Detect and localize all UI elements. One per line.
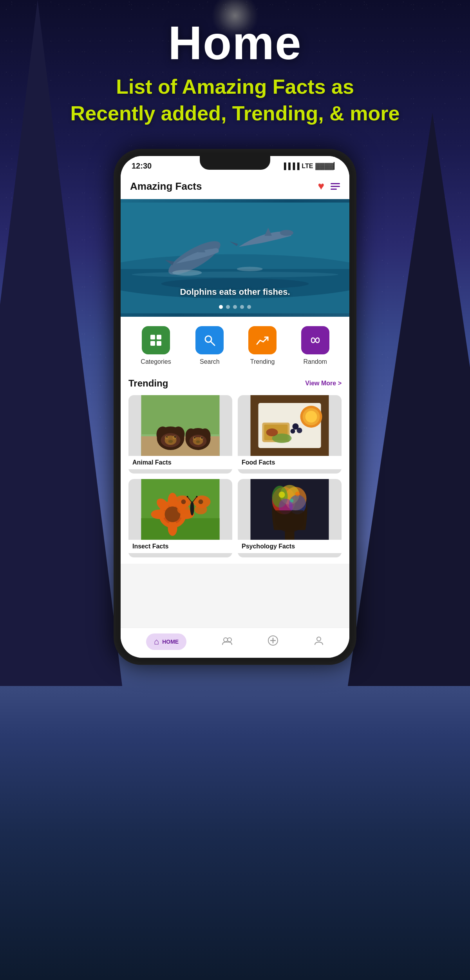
psychology-facts-image [238,479,342,540]
svg-point-48 [291,429,295,434]
trending-label: Trending [250,358,275,365]
action-trending[interactable]: Trending [248,326,277,365]
search-label: Search [200,358,220,365]
header-icons: ♥ [318,180,340,192]
dot-5[interactable] [247,305,251,309]
svg-point-62 [190,501,194,515]
categories-icon [142,326,170,354]
app-header: Amazing Facts ♥ [121,174,349,199]
svg-point-84 [224,638,228,642]
svg-point-71 [187,496,188,497]
random-label: Random [303,358,327,365]
svg-point-82 [290,499,294,503]
svg-point-89 [317,637,321,641]
phone-notch [200,156,270,170]
dot-4[interactable] [240,305,244,309]
phone-outer: 12:30 ▐▐▐▐ LTE ▓▓▓▓▏ Amazing Facts ♥ [114,149,356,665]
nav-profile[interactable] [314,635,324,648]
svg-rect-10 [150,335,155,339]
page-title: Home [0,16,470,70]
action-categories[interactable]: Categories [141,326,171,365]
svg-rect-2 [121,203,349,269]
nav-add[interactable] [268,635,278,648]
social-icon [222,636,233,648]
carousel-image: Dolphins eats other fishes. [121,199,349,317]
view-more-button[interactable]: View More > [305,380,342,387]
dot-3[interactable] [233,305,237,309]
svg-point-72 [196,496,198,497]
menu-line-1 [331,183,340,184]
dot-2[interactable] [226,305,230,309]
trending-title: Trending [128,378,168,389]
signal-icon: ▐▐▐▐ [282,163,299,170]
food-facts-label: Food Facts [238,456,342,469]
svg-point-65 [177,505,190,514]
svg-point-85 [228,638,231,642]
categories-label: Categories [141,358,171,365]
home-nav-label: HOME [162,639,179,645]
nav-home[interactable]: ⌂ HOME [146,633,186,650]
status-icons: ▐▐▐▐ LTE ▓▓▓▓▏ [282,162,338,170]
svg-point-47 [297,428,302,433]
animal-facts-label: Animal Facts [128,456,232,469]
carousel-dots [121,305,349,309]
svg-point-37 [165,436,177,445]
quick-actions-bar: Categories Search [121,317,349,372]
svg-line-15 [211,341,215,345]
trending-icon [248,326,277,354]
search-icon [195,326,224,354]
svg-point-5 [280,230,293,236]
categories-svg-icon [149,333,163,347]
profile-icon [314,635,324,648]
random-svg-icon [308,333,322,347]
insect-facts-card[interactable]: Insect Facts [128,479,232,557]
profile-svg-icon [314,635,324,646]
svg-point-67 [181,499,186,504]
add-icon [268,635,278,648]
svg-point-38 [193,437,203,445]
svg-point-56 [168,520,177,536]
section-header: Trending View More > [128,378,342,389]
svg-point-50 [266,428,278,436]
svg-point-80 [279,492,285,498]
svg-point-57 [151,510,167,519]
food-facts-card[interactable]: Food Facts [238,395,342,474]
svg-rect-12 [150,341,155,346]
random-icon [301,326,329,354]
social-svg-icon [222,636,233,645]
action-random[interactable]: Random [301,326,329,365]
home-icon: ⌂ [154,637,159,647]
page-header: Home List of Amazing Facts asRecently ad… [0,16,470,127]
menu-line-2 [331,186,340,187]
svg-point-66 [195,505,207,514]
dolphin-svg [121,199,349,317]
svg-point-68 [199,499,203,504]
trending-section: Trending View More > [121,372,349,564]
menu-icon[interactable] [331,183,340,190]
dot-1[interactable] [219,305,223,309]
action-search[interactable]: Search [195,326,224,365]
page-subtitle: List of Amazing Facts asRecently added, … [0,74,470,127]
phone-screen: 12:30 ▐▐▐▐ LTE ▓▓▓▓▏ Amazing Facts ♥ [121,156,349,658]
nav-social[interactable] [222,636,233,648]
search-svg-icon [202,333,217,347]
bottom-nav: ⌂ HOME [121,628,349,658]
psychology-facts-card[interactable]: Psychology Facts [238,479,342,557]
svg-point-9 [132,272,338,278]
network-label: LTE [302,163,313,170]
svg-rect-11 [157,335,161,339]
favorites-heart-icon[interactable]: ♥ [318,180,324,192]
trending-cards-grid: Animal Facts [128,395,342,557]
food-facts-image [238,395,342,456]
carousel-fact-text: Dolphins eats other fishes. [121,287,349,297]
menu-line-3 [331,189,337,190]
trending-svg-icon [255,333,269,347]
animal-facts-card[interactable]: Animal Facts [128,395,232,474]
add-svg-icon [268,635,278,646]
battery-icon: ▓▓▓▓▏ [315,162,338,170]
phone-mockup: 12:30 ▐▐▐▐ LTE ▓▓▓▓▏ Amazing Facts ♥ [114,149,356,665]
animal-facts-image [128,395,232,456]
fact-carousel[interactable]: Dolphins eats other fishes. [121,199,349,317]
svg-rect-13 [157,341,161,346]
svg-point-43 [306,411,317,423]
